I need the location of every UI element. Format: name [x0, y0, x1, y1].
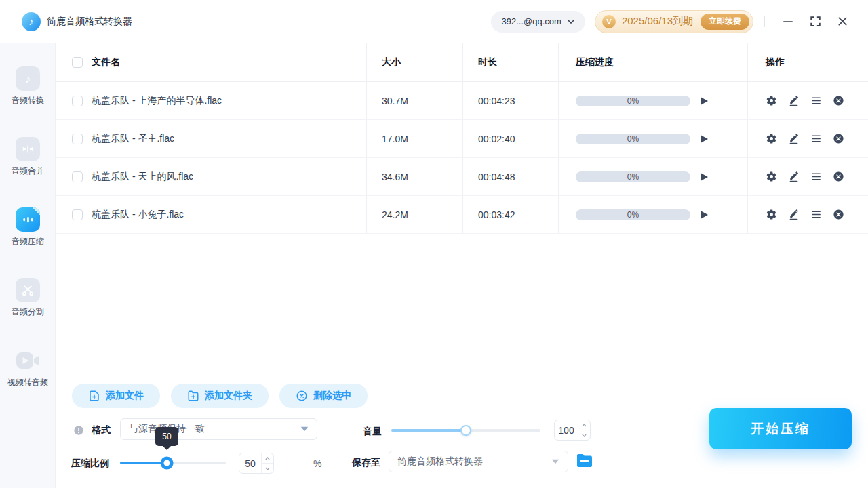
- details-button[interactable]: [810, 95, 822, 106]
- sidebar-item-video-to-audio[interactable]: 视频转音频: [0, 348, 56, 388]
- sidebar-item-audio-merge[interactable]: 音频合并: [0, 137, 56, 177]
- sidebar: ♪ 音频转换 音频合并 音频压缩 音频分割 视频转音频: [0, 43, 56, 488]
- rename-button[interactable]: [788, 209, 800, 220]
- play-button[interactable]: [700, 134, 709, 144]
- folder-icon: [576, 453, 593, 468]
- circle-x-icon: [833, 171, 844, 182]
- play-button[interactable]: [700, 210, 709, 220]
- remove-button[interactable]: [833, 133, 844, 144]
- progress-bar: 0%: [576, 171, 690, 182]
- rename-button[interactable]: [788, 171, 800, 182]
- file-name: 杭盖乐队 - 天上的风.flac: [92, 171, 193, 183]
- file-name: 杭盖乐队 - 小兔子.flac: [92, 209, 184, 221]
- progress-bar: 0%: [576, 209, 690, 220]
- play-button[interactable]: [700, 172, 709, 182]
- add-file-label: 添加文件: [106, 390, 144, 402]
- row-checkbox[interactable]: [72, 96, 83, 106]
- file-size: 24.2M: [367, 196, 463, 233]
- ratio-decrement-button[interactable]: [262, 464, 273, 473]
- account-email: 392...@qq.com: [502, 16, 561, 26]
- delete-selected-button[interactable]: 删除选中: [279, 384, 368, 408]
- sidebar-item-label: 音频转换: [0, 95, 56, 106]
- renew-button[interactable]: 立即续费: [701, 14, 749, 30]
- file-name: 杭盖乐队 - 上海产的半导体.flac: [92, 95, 222, 107]
- sidebar-item-audio-compress[interactable]: 音频压缩: [0, 207, 56, 247]
- sidebar-item-audio-split[interactable]: 音频分割: [0, 278, 56, 318]
- play-icon: [700, 134, 709, 144]
- gear-icon: [766, 95, 777, 106]
- volume-input[interactable]: 100: [555, 420, 578, 440]
- sidebar-item-label: 视频转音频: [0, 377, 56, 388]
- row-checkbox[interactable]: [72, 171, 83, 182]
- row-checkbox[interactable]: [72, 134, 83, 144]
- circle-x-icon: [833, 95, 844, 106]
- file-size: 17.0M: [367, 120, 463, 157]
- column-header-filename: 文件名: [92, 56, 120, 68]
- account-dropdown[interactable]: 392...@qq.com: [491, 11, 585, 33]
- delete-selected-label: 删除选中: [313, 390, 351, 402]
- vip-badge-icon: V: [602, 15, 616, 28]
- rename-button[interactable]: [788, 133, 800, 144]
- remove-button[interactable]: [833, 209, 844, 220]
- volume-slider[interactable]: [391, 424, 540, 436]
- rename-button[interactable]: [788, 95, 800, 106]
- volume-increment-button[interactable]: [578, 420, 590, 430]
- remove-button[interactable]: [833, 95, 844, 106]
- ratio-input-box: 50: [239, 453, 274, 474]
- ratio-tooltip: 50: [155, 427, 178, 446]
- add-file-button[interactable]: 添加文件: [72, 384, 160, 408]
- fullscreen-button[interactable]: [804, 11, 826, 33]
- details-button[interactable]: [810, 171, 822, 182]
- titlebar: ♪ 简鹿音频格式转换器 392...@qq.com V 2025/06/13到期…: [0, 0, 868, 43]
- file-duration: 00:03:42: [463, 196, 559, 233]
- details-button[interactable]: [810, 133, 822, 144]
- progress-value: 0%: [627, 210, 639, 220]
- table-row: 杭盖乐队 - 天上的风.flac 34.6M 00:04:48 0%: [56, 158, 868, 196]
- compressed-file-icon: [16, 207, 40, 232]
- settings-button[interactable]: [766, 133, 777, 144]
- hamburger-icon: [810, 95, 822, 106]
- add-folder-label: 添加文件夹: [205, 390, 252, 402]
- table-header-row: 文件名 大小 时长 压缩进度 操作: [56, 43, 868, 82]
- caret-down-icon: [300, 426, 309, 432]
- ratio-input[interactable]: 50: [239, 453, 261, 473]
- table-row: 杭盖乐队 - 小兔子.flac 24.2M 00:03:42 0%: [56, 196, 868, 234]
- column-header-size: 大小: [367, 43, 463, 81]
- settings-button[interactable]: [766, 209, 777, 220]
- volume-decrement-button[interactable]: [578, 430, 590, 440]
- start-compress-button[interactable]: 开始压缩: [709, 408, 852, 449]
- gear-icon: [766, 133, 777, 144]
- minimize-button[interactable]: [777, 11, 799, 33]
- ratio-increment-button[interactable]: [262, 453, 273, 464]
- save-to-dropdown[interactable]: 简鹿音频格式转换器: [389, 451, 568, 472]
- format-dropdown[interactable]: 与源音频保持一致: [120, 418, 317, 440]
- settings-button[interactable]: [766, 171, 777, 182]
- hamburger-icon: [810, 133, 822, 144]
- add-folder-icon: [187, 390, 199, 402]
- select-all-checkbox[interactable]: [72, 57, 83, 68]
- format-info-icon: [73, 425, 84, 439]
- app-logo-icon: ♪: [22, 12, 41, 31]
- progress-value: 0%: [627, 172, 639, 182]
- remove-button[interactable]: [833, 171, 844, 182]
- chevron-down-icon: [582, 434, 587, 437]
- sidebar-item-label: 音频分割: [0, 306, 56, 318]
- chevron-down-icon: [568, 20, 574, 24]
- app-title: 简鹿音频格式转换器: [47, 16, 132, 28]
- ratio-slider[interactable]: [120, 457, 226, 469]
- column-header-duration: 时长: [463, 43, 559, 81]
- settings-button[interactable]: [766, 95, 777, 106]
- play-button[interactable]: [700, 96, 709, 106]
- ratio-slider-handle[interactable]: [160, 457, 173, 470]
- sidebar-item-label: 音频压缩: [0, 236, 56, 247]
- sidebar-item-audio-convert[interactable]: ♪ 音频转换: [0, 66, 56, 106]
- add-file-icon: [88, 390, 100, 402]
- open-folder-button[interactable]: [576, 453, 593, 468]
- file-size: 30.7M: [367, 82, 463, 119]
- close-button[interactable]: [831, 11, 853, 33]
- volume-slider-handle[interactable]: [460, 425, 471, 436]
- add-folder-button[interactable]: 添加文件夹: [171, 384, 269, 408]
- app-window: ♪ 简鹿音频格式转换器 392...@qq.com V 2025/06/13到期…: [0, 0, 868, 488]
- row-checkbox[interactable]: [72, 209, 83, 220]
- details-button[interactable]: [810, 209, 822, 220]
